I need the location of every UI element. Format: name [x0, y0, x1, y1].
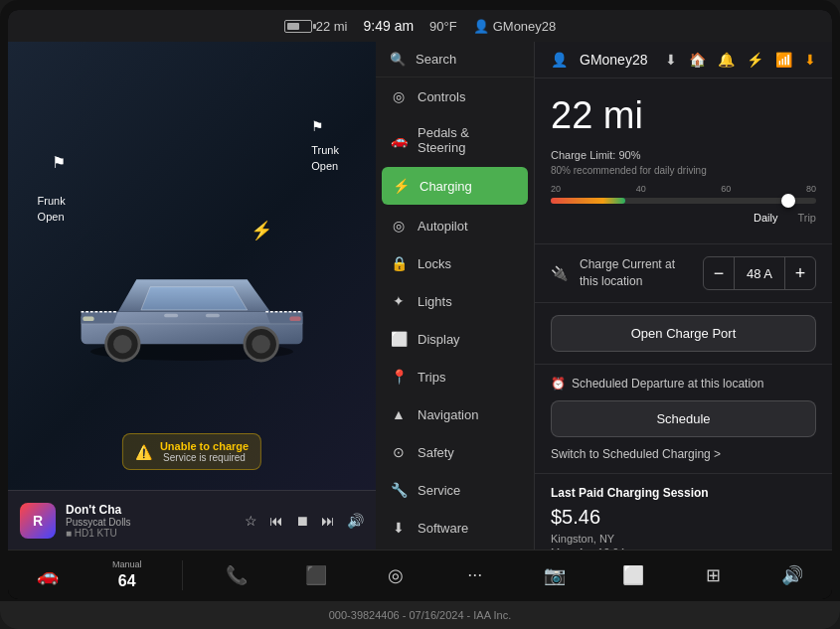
- autopilot-icon: ◎: [390, 217, 408, 235]
- stepper-plus-button[interactable]: +: [785, 257, 815, 289]
- svg-rect-7: [164, 313, 178, 317]
- circle-icon: ◎: [388, 564, 404, 586]
- volume-icon[interactable]: 🔊: [347, 513, 364, 529]
- status-time: 9:49 am: [364, 18, 415, 34]
- charge-bar-thumb: [781, 194, 795, 208]
- stop-icon[interactable]: ⏹: [295, 513, 309, 529]
- scheduled-section: ⏰ Scheduled Departure at this location S…: [535, 364, 832, 473]
- taskbar-grid[interactable]: ⊞: [688, 560, 738, 590]
- stepper-value: 48 A: [734, 257, 785, 289]
- taskbar-phone[interactable]: 📞: [212, 560, 261, 590]
- charge-bar-fill: [551, 198, 625, 204]
- open-charge-port-button[interactable]: Open Charge Port: [551, 315, 816, 352]
- phone-icon: 📞: [226, 564, 248, 586]
- menu-item-safety[interactable]: ⊙ Safety: [376, 433, 534, 471]
- prev-icon[interactable]: ⏮: [269, 513, 283, 529]
- music-player: R Don't Cha Pussycat Dolls ■ HD1 KTU ☆ ⏮…: [8, 490, 376, 550]
- person-icon: 👤: [473, 19, 489, 34]
- svg-rect-8: [206, 313, 220, 317]
- status-temperature: 90°F: [429, 19, 457, 34]
- charge-current-label: Charge Current at this location: [580, 256, 691, 290]
- status-bar: 22 mi 9:49 am 90°F 👤 GMoney28: [8, 10, 832, 42]
- top-icons-row: 👤 GMoney28 ⬇ 🏠 🔔 ⚡ 📶 ⬇: [535, 42, 832, 79]
- bluetooth-icon: ⚡: [747, 52, 763, 68]
- search-icon: 🔍: [390, 52, 406, 67]
- lightning-icon: ⚡: [251, 220, 272, 241]
- controls-icon: ◎: [390, 87, 408, 105]
- taskbar-square2[interactable]: ⬜: [608, 560, 658, 590]
- display-label: Display: [418, 332, 460, 347]
- pedals-icon: 🚗: [390, 131, 408, 149]
- taskbar-square1[interactable]: ⬛: [291, 560, 341, 590]
- svg-rect-11: [83, 316, 93, 321]
- frunk-label: Frunk Open: [38, 194, 66, 225]
- range-value: 22 mi: [316, 19, 348, 34]
- square1-icon: ⬛: [305, 564, 327, 586]
- stepper-minus-button[interactable]: −: [704, 257, 734, 289]
- last-paid-title: Last Paid Charging Session: [551, 486, 816, 500]
- charge-stepper: − 48 A +: [703, 256, 816, 290]
- service-icon: 🔧: [390, 481, 408, 499]
- taskbar-car-icon: 🚗: [37, 564, 59, 586]
- taskbar-circle[interactable]: ◎: [371, 560, 420, 590]
- lights-icon: ✦: [390, 292, 408, 310]
- wifi-icon: 📶: [775, 52, 792, 68]
- clock-icon: ⏰: [551, 377, 566, 391]
- menu-item-software[interactable]: ⬇ Software: [376, 509, 534, 547]
- schedule-button[interactable]: Schedule: [551, 400, 816, 437]
- tab-trip[interactable]: Trip: [797, 212, 816, 224]
- display-icon: ⬜: [390, 330, 408, 348]
- next-icon[interactable]: ⏭: [321, 513, 335, 529]
- menu-item-lights[interactable]: ✦ Lights: [376, 282, 534, 320]
- last-paid-location: Kingston, NY: [551, 533, 816, 545]
- menu-item-pedals[interactable]: 🚗 Pedals & Steering: [376, 115, 534, 165]
- safety-label: Safety: [418, 445, 454, 460]
- menu-item-navigation[interactable]: ▲ Navigation: [376, 395, 534, 433]
- music-controls[interactable]: ☆ ⏮ ⏹ ⏭ 🔊: [245, 513, 364, 529]
- warning-text: Unable to charge Service is required: [160, 440, 249, 463]
- search-item[interactable]: 🔍 Search: [376, 42, 534, 78]
- menu-item-service[interactable]: 🔧 Service: [376, 471, 534, 509]
- svg-point-3: [113, 335, 132, 354]
- locks-label: Locks: [418, 256, 451, 271]
- charge-recommendation: 80% recommended for daily driving: [551, 165, 816, 176]
- range-display: 22 mi: [284, 19, 348, 34]
- car-svg: [63, 237, 321, 367]
- navigation-label: Navigation: [418, 407, 478, 422]
- menu-item-autopilot[interactable]: ◎ Autopilot: [376, 207, 534, 244]
- menu-item-trips[interactable]: 📍 Trips: [376, 358, 534, 395]
- taskbar-car[interactable]: 🚗: [23, 560, 73, 590]
- daily-trip-tabs: Daily Trip: [551, 212, 816, 224]
- taskbar: 🚗 Manual 64 📞 ⬛ ◎ ··· 📷 ⬜: [8, 550, 832, 599]
- credit-bar: 000-39824406 - 07/16/2024 - IAA Inc.: [0, 601, 840, 629]
- frunk-open-flag: ⚑: [52, 153, 66, 172]
- trunk-open-flag: ⚑: [311, 118, 324, 134]
- charge-bar-track[interactable]: [551, 198, 816, 204]
- taskbar-dots[interactable]: ···: [450, 560, 500, 589]
- svg-point-5: [252, 335, 270, 354]
- taskbar-volume[interactable]: 🔊: [767, 560, 817, 590]
- autopilot-label: Autopilot: [418, 219, 468, 234]
- music-logo: R: [20, 503, 56, 539]
- menu-item-display[interactable]: ⬜ Display: [376, 320, 534, 358]
- charging-icon: ⚡: [392, 177, 410, 195]
- tab-daily[interactable]: Daily: [754, 212, 777, 224]
- charge-limit-label: Charge Limit: 90%: [551, 149, 816, 161]
- taskbar-camera[interactable]: 📷: [530, 560, 580, 590]
- switch-charging-link[interactable]: Switch to Scheduled Charging >: [551, 447, 816, 461]
- screen: 22 mi 9:49 am 90°F 👤 GMoney28 Frunk Open…: [8, 10, 832, 599]
- charge-bar-labels: 20 40 60 80: [551, 184, 816, 194]
- pedals-label: Pedals & Steering: [418, 125, 520, 155]
- menu-item-locks[interactable]: 🔒 Locks: [376, 244, 534, 282]
- menu-item-charging[interactable]: ⚡ Charging: [382, 167, 528, 205]
- square2-icon: ⬜: [622, 564, 644, 586]
- music-station: ■ HD1 KTU: [66, 528, 235, 539]
- taskbar-manual: Manual 64: [102, 555, 152, 594]
- navigation-icon: ▲: [390, 405, 408, 423]
- menu-item-controls[interactable]: ◎ Controls: [376, 78, 534, 115]
- warning-badge: ⚠️ Unable to charge Service is required: [122, 433, 261, 470]
- scheduled-label: ⏰ Scheduled Departure at this location: [551, 377, 816, 391]
- favorite-icon[interactable]: ☆: [245, 513, 257, 529]
- taskbar-divider: [182, 560, 183, 590]
- download-icon-2[interactable]: ⬇: [804, 52, 816, 68]
